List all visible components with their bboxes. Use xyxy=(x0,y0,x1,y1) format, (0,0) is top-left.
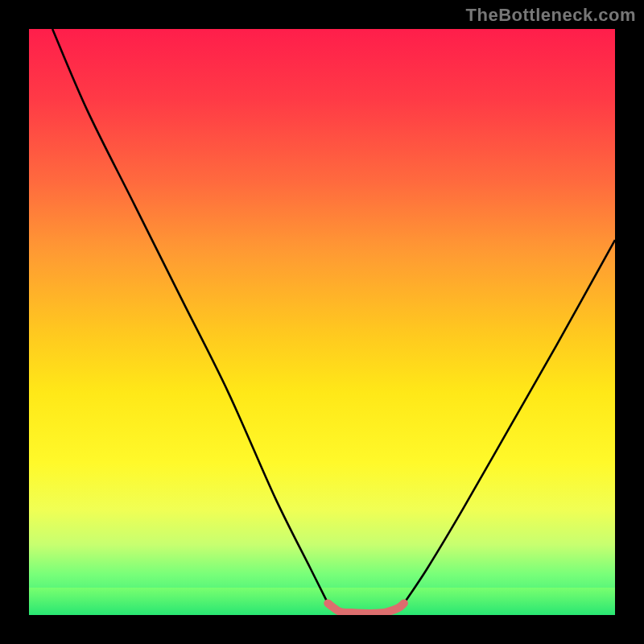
curve-left xyxy=(52,29,328,603)
chart-frame: TheBottleneck.com xyxy=(0,0,644,644)
chart-svg xyxy=(29,29,615,615)
curve-right xyxy=(404,240,615,603)
curve-trough xyxy=(328,603,404,613)
watermark-text: TheBottleneck.com xyxy=(466,5,636,26)
